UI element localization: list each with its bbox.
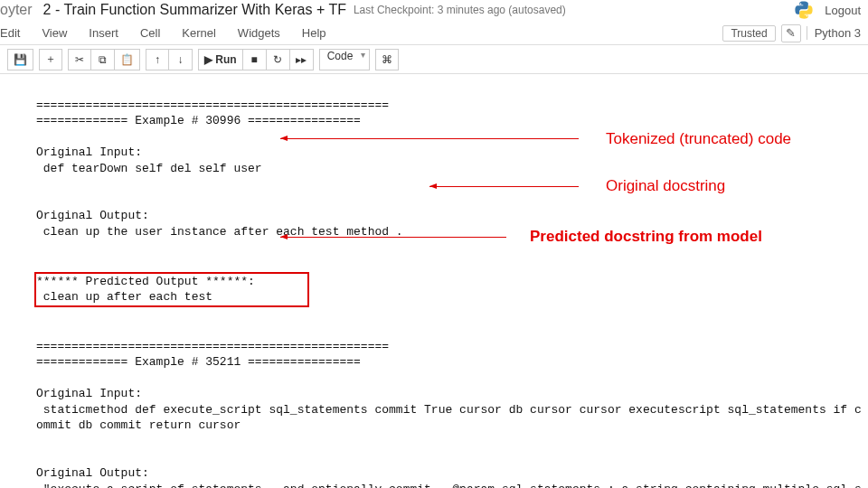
add-cell-button[interactable]: ＋ xyxy=(39,49,62,70)
stop-button[interactable]: ■ xyxy=(243,49,267,70)
menu-edit[interactable]: Edit xyxy=(0,26,20,40)
celltype-select[interactable]: Code xyxy=(319,49,371,70)
move-up-button[interactable]: ↑ xyxy=(146,49,169,70)
cut-button[interactable]: ✂ xyxy=(68,49,91,70)
copy-button[interactable]: ⧉ xyxy=(91,49,115,70)
menu-view[interactable]: View xyxy=(42,26,67,40)
jupyter-logo-text: oyter xyxy=(0,2,33,18)
annotation-tokenized: Tokenized (truncated) code xyxy=(606,130,791,148)
annotation-original-docstring: Original docstring xyxy=(606,177,725,195)
checkpoint-status: Last Checkpoint: 3 minutes ago (autosave… xyxy=(354,4,566,16)
arrow-predicted-docstring-icon xyxy=(280,237,506,238)
move-down-button[interactable]: ↓ xyxy=(169,49,193,70)
annotation-predicted-docstring: Predicted docstring from model xyxy=(530,228,762,246)
arrow-tokenized-icon xyxy=(280,138,579,139)
paste-button[interactable]: 📋 xyxy=(115,49,140,70)
logout-link[interactable]: Logout xyxy=(825,4,861,17)
toolbar: 💾 ＋ ✂ ⧉ 📋 ↑ ↓ ▶ Run ■ ↻ ▸▸ Code ⌘ xyxy=(0,45,868,74)
menu-help[interactable]: Help xyxy=(302,26,326,40)
menu-insert[interactable]: Insert xyxy=(89,26,118,40)
command-palette-button[interactable]: ⌘ xyxy=(375,49,399,70)
menu-cell[interactable]: Cell xyxy=(140,26,160,40)
save-button[interactable]: 💾 xyxy=(7,49,33,70)
restart-run-all-button[interactable]: ▸▸ xyxy=(290,49,314,70)
trusted-indicator[interactable]: Trusted xyxy=(722,25,775,42)
arrow-original-docstring-icon xyxy=(429,186,579,187)
notebook-title[interactable]: 2 - Train Function Summarizer With Keras… xyxy=(43,2,346,18)
python-logo-icon xyxy=(794,0,814,20)
edit-icon[interactable]: ✎ xyxy=(781,24,801,42)
menu-widgets[interactable]: Widgets xyxy=(238,26,280,40)
predicted-output-box-1: ****** Predicted Output ******: clean up… xyxy=(34,272,309,307)
menu-kernel[interactable]: Kernel xyxy=(182,26,216,40)
restart-button[interactable]: ↻ xyxy=(267,49,290,70)
run-button[interactable]: ▶ Run xyxy=(198,49,243,70)
kernel-indicator[interactable]: Python 3 xyxy=(807,26,861,40)
